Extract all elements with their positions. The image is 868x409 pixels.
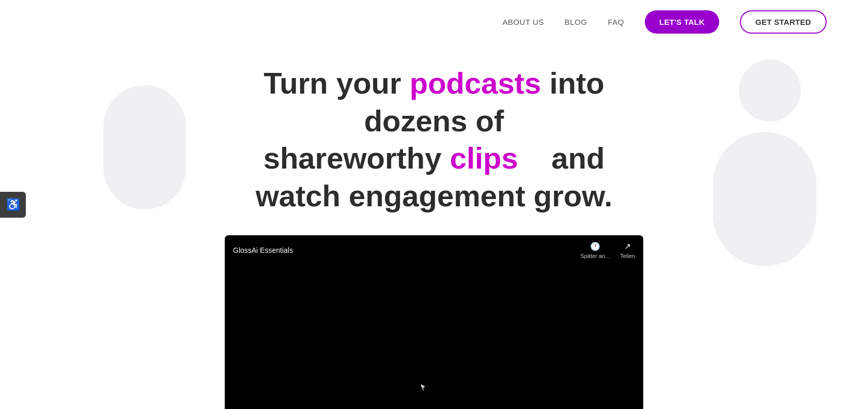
nav-faq[interactable]: FAQ — [608, 18, 625, 26]
blob-right-top — [739, 59, 801, 122]
video-cursor — [421, 384, 425, 390]
hero-title-clips: clips — [450, 141, 518, 175]
main-nav: ABOUT US BLOG FAQ — [502, 18, 624, 26]
blob-right-mid — [713, 132, 816, 266]
watch-later-icon: 🕐 — [590, 241, 600, 251]
video-top-bar: GlossAi Essentials 🕐 Später an... ↗ Teil… — [225, 235, 643, 265]
video-player[interactable]: GlossAi Essentials 🕐 Später an... ↗ Teil… — [225, 235, 643, 409]
nav-blog[interactable]: BLOG — [565, 18, 587, 26]
watch-later-label: Später an... — [580, 253, 610, 259]
accessibility-button[interactable]: ♿ — [0, 192, 26, 218]
nav-about-us[interactable]: ABOUT US — [502, 18, 544, 26]
video-title: GlossAi Essentials — [233, 246, 293, 254]
hero-title-part1: Turn your — [264, 66, 409, 100]
accessibility-icon: ♿ — [6, 198, 20, 211]
hero-section: Turn your podcasts into dozens ofsharewo… — [0, 44, 868, 409]
hero-title-podcasts: podcasts — [410, 66, 541, 100]
hero-title: Turn your podcasts into dozens ofsharewo… — [227, 65, 641, 215]
blob-left — [103, 85, 186, 209]
get-started-button[interactable]: GET STARTED — [740, 10, 827, 34]
share-label: Teilen — [620, 253, 635, 259]
share-control[interactable]: ↗ Teilen — [620, 241, 635, 259]
video-controls-right: 🕐 Später an... ↗ Teilen — [580, 241, 635, 259]
video-main-area[interactable] — [225, 265, 643, 409]
watch-later-control[interactable]: 🕐 Später an... — [580, 241, 610, 259]
lets-talk-button[interactable]: LET'S TALK — [645, 10, 719, 34]
share-icon: ↗ — [624, 241, 631, 251]
header: ABOUT US BLOG FAQ LET'S TALK GET STARTED — [0, 0, 868, 44]
